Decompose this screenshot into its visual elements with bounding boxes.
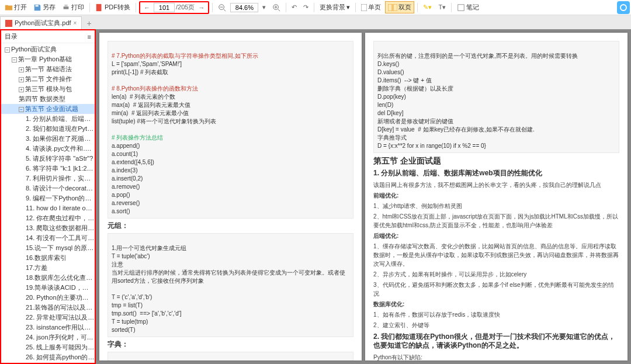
prev-page-button[interactable]: ←	[141, 4, 152, 11]
app-icon[interactable]	[617, 1, 630, 14]
next-page-button[interactable]: →	[196, 4, 207, 11]
tree-section-selected[interactable]: −第五节 企业面试题	[1, 104, 95, 114]
single-page-button[interactable]: 单页	[359, 2, 383, 13]
tree-root[interactable]: −Python面试宝典	[1, 44, 95, 54]
svg-rect-3	[96, 4, 102, 11]
outline-sidebar: 目录 ≡ −Python面试宝典 −第一章 Python基础 +第一节 基础语法…	[0, 29, 96, 364]
print-icon	[62, 4, 70, 12]
question-heading: 1. 分别从前端、后端、数据库阐述web项目的性能优化	[373, 169, 619, 178]
tree-leaf-item[interactable]: 19.简单谈谈ACID，并解释每一	[1, 283, 95, 293]
document-tab[interactable]: Python面试宝典.pdf ×	[0, 16, 82, 29]
tree-leaf-item[interactable]: 17.方差	[1, 263, 95, 273]
tree-leaf-item[interactable]: 15.说一下 mysql 的原理？	[1, 243, 95, 253]
tree-leaf-item[interactable]: 3. 如果你困在了死循环里，怎	[1, 134, 95, 144]
tree-leaf-item[interactable]: 6. 将字符串 "k:1 |k1:2|k2:3|k3	[1, 164, 95, 174]
tree-leaf-item[interactable]: 12. 你在爬虫过程中，都是怎么	[1, 213, 95, 223]
outline-tree: −Python面试宝典 −第一章 Python基础 +第一节 基础语法 +第二节…	[1, 43, 95, 364]
tree-leaf-item[interactable]: 2. 我们都知道现在Python很火	[1, 124, 95, 134]
tree-section[interactable]: 第四节 数据类型	[1, 94, 95, 104]
collapse-icon[interactable]: −	[5, 47, 10, 53]
tree-leaf-item[interactable]: 23. isinstance作用以及应用场	[1, 323, 95, 332]
pdf-file-icon	[5, 20, 12, 27]
saveas-button[interactable]: 另存	[31, 2, 58, 13]
tree-section[interactable]: +第一节 基础语法	[1, 64, 95, 74]
main-area: 目录 ≡ −Python面试宝典 −第一章 Python基础 +第一节 基础语法…	[0, 29, 631, 364]
tree-leaf-item[interactable]: 24. json序列化时，可以处理的	[1, 332, 95, 342]
tree-section[interactable]: +第三节 模块与包	[1, 84, 95, 94]
zoom-out-button[interactable]	[216, 3, 228, 11]
tree-leaf-item[interactable]: 8. 请设计一个decorator，它可	[1, 183, 95, 193]
svg-rect-15	[5, 20, 12, 27]
zoom-out-icon	[218, 4, 226, 12]
page-number-input[interactable]	[154, 3, 175, 12]
close-tab-button[interactable]: ×	[74, 20, 77, 26]
svg-rect-13	[393, 4, 397, 11]
tree-leaf-item[interactable]: 11. how do I iterate over a s	[1, 203, 95, 213]
svg-rect-11	[361, 4, 367, 11]
svg-line-8	[278, 9, 280, 11]
highlight-button[interactable]: ✎▾	[421, 4, 434, 11]
tree-leaf-item[interactable]: 7. 利用切片操作，实现一个trim	[1, 174, 95, 183]
single-page-icon	[361, 4, 367, 11]
folder-icon	[5, 4, 13, 12]
tree-leaf-item[interactable]: 14. 有没有一个工具可以帮助查	[1, 233, 95, 243]
zoom-in-button[interactable]	[270, 3, 283, 11]
note-button[interactable]: 笔记	[455, 2, 481, 13]
pdf-icon	[95, 4, 103, 12]
tree-leaf-item[interactable]: 4. 请谈谈.pyc文件和.py文件的	[1, 144, 95, 154]
tree-section[interactable]: +第二节 文件操作	[1, 74, 95, 84]
rotate-right-button[interactable]: ↷	[301, 4, 311, 11]
text-tool-button[interactable]: T▾	[436, 4, 448, 11]
tree-leaf-item[interactable]: 16.数据库索引	[1, 253, 95, 263]
sidebar-menu-button[interactable]: ≡	[88, 33, 91, 40]
tree-leaf-item[interactable]: 21.装饰器的写法以及应用场景	[1, 303, 95, 313]
tree-leaf-item[interactable]: 9. 编程一下Python的and-or	[1, 193, 95, 203]
svg-rect-14	[458, 4, 464, 11]
chapter-heading: 第五节 企业面试题	[373, 157, 619, 165]
tab-title: Python面试宝典.pdf	[15, 19, 71, 27]
page-total-label: /205页	[176, 3, 195, 12]
expand-icon[interactable]: +	[19, 87, 24, 92]
tree-leaf-item[interactable]: 1. 分别从前端、后端、数据库...	[1, 114, 95, 124]
page-navigation: ← /205页 →	[139, 1, 209, 14]
collapse-icon[interactable]: −	[19, 107, 24, 112]
tree-leaf-item[interactable]: 20. Python的主要功能是什么？	[1, 293, 95, 303]
zoom-in-icon	[272, 4, 280, 12]
save-icon	[33, 4, 41, 12]
zoom-input[interactable]	[230, 3, 258, 12]
background-button[interactable]: 更换背景▾	[317, 2, 352, 13]
zoom-dropdown[interactable]: ▾	[260, 4, 268, 11]
pdf-page-left: # 7.Python的列表的截取与字符串操作类型相同,如下所示 L = ['sp…	[99, 33, 362, 360]
new-tab-button[interactable]: +	[82, 18, 96, 29]
tree-leaf-item[interactable]: 13. 爬取这些数据都用来做什么	[1, 223, 95, 233]
svg-rect-12	[388, 4, 392, 11]
svg-rect-1	[64, 6, 69, 9]
rotate-left-button[interactable]: ↶	[289, 4, 299, 11]
tab-bar: Python面试宝典.pdf × +	[0, 15, 631, 29]
collapse-icon[interactable]: −	[12, 57, 17, 63]
pdf-page-right: 列出所有的键，注意得到的是一个可迭代对象,而不是列表。用的时候需要转换 D.ke…	[365, 33, 627, 360]
svg-rect-0	[36, 5, 39, 6]
tree-leaf-item[interactable]: 26. 如何提高python的运行效率	[1, 352, 95, 362]
page-viewport[interactable]: # 7.Python的列表的截取与字符串操作类型相同,如下所示 L = ['sp…	[96, 29, 631, 364]
pdfconv-button[interactable]: PDF转换	[93, 2, 133, 13]
double-page-button[interactable]: 双页	[385, 1, 414, 13]
section-header: 字典：	[108, 340, 353, 349]
question-heading: 2. 我们都知道现在Python很火，但是对于一门技术我们不光要知道它的优点，也…	[373, 332, 619, 350]
expand-icon[interactable]: +	[19, 67, 24, 72]
print-button[interactable]: 打印	[60, 2, 86, 13]
tree-leaf-item[interactable]: 25. 线上服务可能因为种种原因	[1, 342, 95, 352]
open-button[interactable]: 打开	[2, 2, 29, 13]
expand-icon[interactable]: +	[19, 77, 24, 82]
tree-chapter[interactable]: −第一章 Python基础	[1, 54, 95, 64]
svg-rect-2	[64, 4, 67, 6]
sidebar-header: 目录 ≡	[1, 30, 95, 43]
svg-line-5	[224, 9, 226, 11]
tree-leaf-item[interactable]: 18.数据库怎么优化查询效率？	[1, 273, 95, 283]
double-page-icon	[388, 4, 397, 11]
note-icon	[457, 4, 465, 12]
main-toolbar: 打开 另存 打印 PDF转换 ← /205页 → ▾ ↶ ↷ 更换背景▾ 单页 …	[0, 0, 631, 15]
section-header: 元组：	[108, 221, 353, 230]
tree-leaf-item[interactable]: 5. 请反转字符串 "aStr"?	[1, 154, 95, 164]
tree-leaf-item[interactable]: 22. 异常处理写法以及如何主动	[1, 313, 95, 323]
